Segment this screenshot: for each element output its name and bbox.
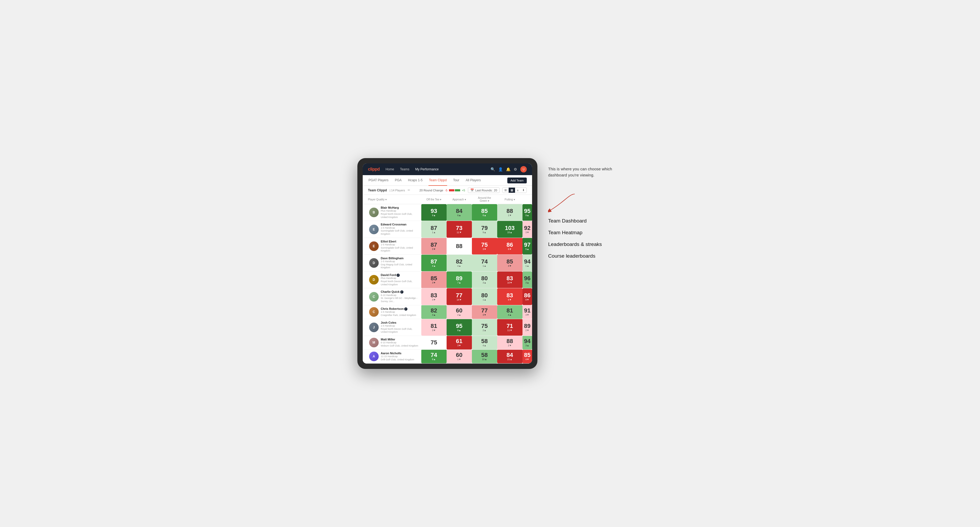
player-handicap: 1-5 Handicap xyxy=(381,311,416,314)
table-row: C Charlie Quick✓ 6-10 Handicap St. Georg… xyxy=(363,288,532,305)
table-row: B Blair McHarg Plus Handicap Royal North… xyxy=(363,204,532,221)
col-approach[interactable]: Approach ▾ xyxy=(447,195,472,204)
add-team-button[interactable]: Add Team xyxy=(508,178,527,183)
player-name: Matt Miller xyxy=(381,338,418,341)
nav-home[interactable]: Home xyxy=(385,167,395,171)
data-table: Player Quality ▾ Off the Tee ▾ Approach … xyxy=(363,195,532,364)
view-list-button[interactable]: ≡ xyxy=(515,187,520,193)
score-cell-9-1: 58 10▲ xyxy=(472,349,497,363)
player-avatar: E xyxy=(369,225,379,234)
player-cell-4[interactable]: D David Ford✓ Plus Handicap Royal North … xyxy=(363,271,421,288)
team-count: | 14 Players xyxy=(390,189,405,192)
round-change: 20 Round Change -5 +5 xyxy=(419,189,465,192)
score-cell-1-2: 103 15▲ xyxy=(497,221,522,238)
player-cell-6[interactable]: C Chris Robertson✓ 1-5 Handicap Craigmil… xyxy=(363,305,421,319)
profile-icon[interactable]: 👤 xyxy=(498,167,503,171)
player-cell-9[interactable]: A Aaron Nicholls 11-15 Handicap Drift Go… xyxy=(363,349,421,363)
sub-nav-tabs: PGAT Players PGA Hcaps 1-5 Team Clippd T… xyxy=(368,175,482,186)
nav-icons: 🔍 👤 🔔 ⚙ U xyxy=(490,166,527,173)
bell-icon[interactable]: 🔔 xyxy=(506,167,511,171)
player-avatar: M xyxy=(369,338,379,347)
tab-pgat-players[interactable]: PGAT Players xyxy=(368,175,389,186)
score-cell-5-1: 80 1▲ xyxy=(472,288,497,305)
col-player[interactable]: Player Quality ▾ xyxy=(363,195,421,204)
player-info: Chris Robertson✓ 1-5 Handicap Craigmilla… xyxy=(381,307,416,317)
table-row: A Aaron Nicholls 11-15 Handicap Drift Go… xyxy=(363,349,532,363)
score-cell-3-0: 82 4▲ xyxy=(447,254,472,271)
tab-team-clippd[interactable]: Team Clippd xyxy=(428,175,447,186)
score-cell-1-0: 73 11▼ xyxy=(447,221,472,238)
team-header: Team Clippd | 14 Players ✏ 20 Round Chan… xyxy=(363,186,532,195)
tab-all-players[interactable]: All Players xyxy=(465,175,482,186)
player-cell-0[interactable]: B Blair McHarg Plus Handicap Royal North… xyxy=(363,204,421,221)
score-cell-7-1: 75 2▲ xyxy=(472,319,497,336)
col-around-green[interactable]: Around the Green ▾ xyxy=(472,195,497,204)
view-more-button[interactable]: ⬇ xyxy=(520,187,527,193)
score-cell-2-2: 86 6▼ xyxy=(497,238,522,254)
player-name: Charlie Quick✓ xyxy=(381,290,419,294)
score-cell-6-2: 81 4▲ xyxy=(497,305,522,319)
player-club: Royal North Devon Golf Club, United King… xyxy=(381,280,419,286)
player-club: Gog Magog Golf Club, United Kingdom xyxy=(381,263,419,269)
verified-badge: ✓ xyxy=(396,274,400,277)
player-name: Josh Coles xyxy=(381,321,419,324)
view-grid-button[interactable]: ⊞ xyxy=(503,187,509,193)
score-cell-8-0: 61 3▼ xyxy=(447,336,472,349)
player-info: Elliot Ebert 1-5 Handicap Sunningdale Go… xyxy=(381,240,419,252)
menu-leaderboards: Leaderboards & streaks xyxy=(548,241,623,247)
player-cell-3[interactable]: D Dave Billingham 1-5 Handicap Gog Magog… xyxy=(363,254,421,271)
player-handicap: 1-5 Handicap xyxy=(381,260,419,263)
col-putting[interactable]: Putting ▾ xyxy=(497,195,522,204)
score-quality-2: 87 3▼ xyxy=(421,238,447,254)
score-quality-9: 74 8▲ xyxy=(421,349,447,363)
player-cell-5[interactable]: C Charlie Quick✓ 6-10 Handicap St. Georg… xyxy=(363,288,421,305)
tab-tour[interactable]: Tour xyxy=(452,175,460,186)
score-quality-1: 87 1▲ xyxy=(421,221,447,238)
calendar-icon: 📅 xyxy=(470,189,474,192)
nav-teams[interactable]: Teams xyxy=(399,167,410,171)
edit-icon[interactable]: ✏ xyxy=(408,189,410,192)
score-cell-3-2: 85 3▼ xyxy=(497,254,522,271)
player-info: Aaron Nicholls 11-15 Handicap Drift Golf… xyxy=(381,352,414,362)
score-cell-5-2: 83 6▼ xyxy=(497,288,522,305)
menu-team-heatmap: Team Heatmap xyxy=(548,230,623,236)
player-avatar: E xyxy=(369,241,379,251)
player-info: David Ford✓ Plus Handicap Royal North De… xyxy=(381,273,419,286)
player-avatar: D xyxy=(369,275,379,284)
score-cell-0-2: 88 1▼ xyxy=(497,204,522,221)
player-handicap: Plus Handicap xyxy=(381,277,419,280)
nav-my-performance[interactable]: My Performance xyxy=(415,167,439,171)
player-info: Edward Crossman 1-5 Handicap Sunningdale… xyxy=(381,223,419,236)
table-row: M Matt Miller 6-10 Handicap Woburn Golf … xyxy=(363,336,532,349)
score-quality-6: 82 3▲ xyxy=(421,305,447,319)
score-cell-4-0: 89 7▲ xyxy=(447,271,472,288)
table-row: D David Ford✓ Plus Handicap Royal North … xyxy=(363,271,532,288)
last-rounds-button[interactable]: 📅 Last Rounds: 20 xyxy=(468,187,500,193)
score-cell-0-1: 85 8▲ xyxy=(472,204,497,221)
player-name: Dave Billingham xyxy=(381,257,419,260)
player-club: Woburn Golf Club, United Kingdom xyxy=(381,344,418,348)
score-cell-4-2: 83 10▼ xyxy=(497,271,522,288)
score-cell-9-3: 85 4▼ xyxy=(522,349,532,363)
tab-hcaps[interactable]: Hcaps 1-5 xyxy=(407,175,423,186)
player-cell-2[interactable]: E Elliot Ebert 1-5 Handicap Sunningdale … xyxy=(363,238,421,254)
nav-links: Home Teams My Performance xyxy=(385,167,490,171)
score-quality-0: 93 9▲ xyxy=(421,204,447,221)
score-cell-6-1: 77 3▼ xyxy=(472,305,497,319)
player-cell-8[interactable]: M Matt Miller 6-10 Handicap Woburn Golf … xyxy=(363,336,421,349)
app-logo: clippd xyxy=(368,167,380,171)
score-cell-4-3: 96 3▲ xyxy=(522,271,532,288)
player-cell-1[interactable]: E Edward Crossman 1-5 Handicap Sunningda… xyxy=(363,221,421,238)
tablet-frame: clippd Home Teams My Performance 🔍 👤 🔔 ⚙… xyxy=(357,158,538,369)
tab-pga[interactable]: PGA xyxy=(395,175,402,186)
user-avatar[interactable]: U xyxy=(520,166,527,173)
view-toggle: ⊞ ▦ ≡ ⬇ xyxy=(502,187,527,193)
view-heatmap-button[interactable]: ▦ xyxy=(509,187,515,193)
search-icon[interactable]: 🔍 xyxy=(490,167,495,171)
player-name: Edward Crossman xyxy=(381,223,419,226)
player-cell-7[interactable]: J Josh Coles 1-5 Handicap Royal North De… xyxy=(363,319,421,336)
settings-icon[interactable]: ⚙ xyxy=(514,167,517,171)
col-off-tee[interactable]: Off the Tee ▾ xyxy=(421,195,447,204)
right-annotation: This is where you can choose which dashb… xyxy=(548,158,623,265)
score-cell-5-3: 86 8▼ xyxy=(522,288,532,305)
